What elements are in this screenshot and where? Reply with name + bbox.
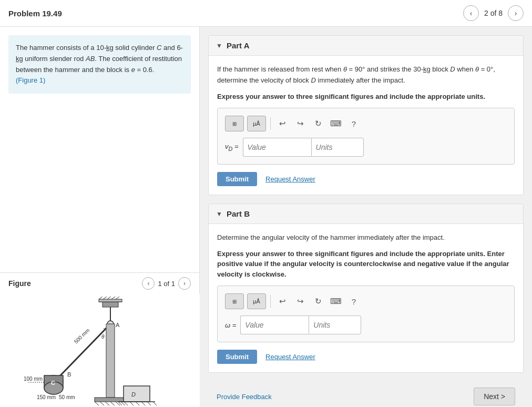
svg-line-7	[107, 297, 111, 299]
provide-feedback-button[interactable]: Provide Feedback	[217, 393, 272, 401]
top-bar: Problem 19.49 ‹ 2 of 8 ›	[0, 0, 532, 27]
left-panel: The hammer consists of a 10-kg solid cyl…	[0, 27, 200, 407]
part-a-value-input[interactable]	[243, 138, 311, 157]
part-b-units-input[interactable]	[309, 316, 361, 334]
svg-line-9	[116, 297, 119, 299]
part-a-body: If the hammer is released from rest when…	[209, 56, 523, 195]
svg-line-20	[105, 402, 109, 405]
redo-button-b[interactable]: ↪	[293, 294, 308, 309]
dim-100mm: 100 mm	[24, 376, 43, 382]
problem-text: The hammer consists of a 10-kg solid cyl…	[16, 44, 183, 74]
part-b-input-label: ω =	[225, 321, 236, 329]
part-a-title: Part A	[227, 41, 250, 50]
part-a-submit-button[interactable]: Submit	[217, 172, 257, 186]
part-b-title: Part B	[227, 209, 250, 218]
part-b-header[interactable]: ▼ Part B	[209, 204, 523, 224]
part-a-answer-box: ⊞ μÅ ↩ ↪ ↻ ⌨ ? vD =	[217, 108, 515, 165]
next-button-top[interactable]: ›	[508, 5, 524, 21]
svg-rect-17	[95, 398, 126, 402]
part-b-action-row: Submit Request Answer	[217, 350, 515, 364]
label-c: C	[51, 380, 55, 386]
toolbar-sep-a1	[270, 117, 271, 130]
label-d: D	[131, 391, 136, 398]
label-b: B	[67, 371, 71, 378]
svg-line-19	[100, 402, 104, 405]
figure-link[interactable]: (Figure 1)	[16, 76, 45, 84]
svg-line-29	[136, 402, 139, 405]
part-b-description: Determine the angular velocity of the ha…	[217, 232, 515, 243]
nav-controls: ‹ 2 of 8 ›	[463, 5, 524, 21]
mu-button-b[interactable]: μÅ	[247, 293, 266, 309]
problem-text-box: The hammer consists of a 10-kg solid cyl…	[8, 35, 191, 94]
part-b-value-input[interactable]	[240, 316, 309, 334]
part-a-action-row: Submit Request Answer	[217, 172, 515, 186]
part-b-instruction: Express your answer to three significant…	[217, 249, 515, 280]
main-content: The hammer consists of a 10-kg solid cyl…	[0, 27, 532, 407]
part-b-input-row: ω =	[225, 316, 507, 334]
help-button-b[interactable]: ?	[346, 294, 361, 309]
undo-button-b[interactable]: ↩	[275, 294, 290, 309]
part-b-section: ▼ Part B Determine the angular velocity …	[208, 204, 524, 373]
help-button-a[interactable]: ?	[346, 116, 361, 131]
next-button-bottom[interactable]: Next >	[474, 388, 515, 405]
part-a-description: If the hammer is released from rest when…	[217, 64, 515, 86]
figure-nav: ‹ 1 of 1 ›	[142, 277, 191, 290]
part-a-section: ▼ Part A If the hammer is released from …	[208, 35, 524, 195]
part-a-units-input[interactable]	[311, 138, 364, 157]
figure-prev-button[interactable]: ‹	[142, 277, 155, 290]
grid-button-b[interactable]: ⊞	[225, 293, 244, 309]
svg-rect-1	[103, 302, 118, 307]
figure-title: Figure	[8, 279, 31, 288]
figure-next-button[interactable]: ›	[178, 277, 191, 290]
toolbar-sep-b1	[270, 295, 271, 308]
svg-line-28	[130, 402, 134, 405]
part-a-request-answer-button[interactable]: Request Answer	[265, 175, 315, 183]
grid-button-a[interactable]: ⊞	[225, 116, 244, 131]
part-a-instruction: Express your answer to three significant…	[217, 91, 515, 102]
label-theta: θ	[101, 334, 105, 340]
figure-counter: 1 of 1	[158, 280, 175, 288]
dim-50mm: 50 mm	[59, 394, 75, 400]
svg-line-30	[141, 402, 145, 405]
dim-150mm: 150 mm	[37, 394, 56, 400]
svg-rect-16	[106, 324, 115, 398]
keyboard-button-b[interactable]: ⌨	[329, 294, 343, 309]
svg-line-22	[116, 402, 120, 405]
mu-button-a[interactable]: μÅ	[247, 116, 266, 131]
keyboard-button-a[interactable]: ⌨	[329, 116, 343, 131]
part-a-input-row: vD =	[225, 138, 507, 157]
svg-line-8	[111, 297, 115, 299]
svg-rect-4	[99, 299, 122, 302]
dim-500mm: 500 mm	[73, 328, 91, 345]
figure-svg: A 500 mm θ C B 100 mm	[21, 297, 179, 407]
right-panel: ▼ Part A If the hammer is released from …	[200, 27, 532, 407]
part-a-collapse-arrow: ▼	[216, 42, 222, 49]
problem-title: Problem 19.49	[8, 9, 62, 18]
label-a: A	[116, 322, 120, 328]
svg-rect-24	[124, 386, 150, 402]
page-indicator: 2 of 8	[484, 9, 503, 17]
refresh-button-b[interactable]: ↻	[311, 294, 325, 309]
figure-header: Figure ‹ 1 of 1 ›	[0, 272, 199, 294]
svg-line-21	[110, 402, 115, 405]
refresh-button-a[interactable]: ↻	[311, 116, 325, 131]
part-a-toolbar: ⊞ μÅ ↩ ↪ ↻ ⌨ ?	[225, 116, 507, 131]
part-b-body: Determine the angular velocity of the ha…	[209, 224, 523, 372]
part-b-answer-box: ⊞ μÅ ↩ ↪ ↻ ⌨ ? ω =	[217, 286, 515, 342]
figure-section: Figure ‹ 1 of 1 ›	[0, 272, 199, 407]
part-a-header[interactable]: ▼ Part A	[209, 36, 523, 56]
svg-line-32	[153, 402, 157, 405]
svg-line-31	[147, 402, 151, 405]
figure-canvas: A 500 mm θ C B 100 mm	[0, 294, 200, 407]
part-b-collapse-arrow: ▼	[216, 210, 222, 218]
svg-line-18	[95, 402, 99, 405]
redo-button-a[interactable]: ↪	[293, 116, 308, 131]
undo-button-a[interactable]: ↩	[275, 116, 290, 131]
part-a-input-label: vD =	[225, 143, 239, 152]
part-b-request-answer-button[interactable]: Request Answer	[265, 353, 315, 361]
svg-line-5	[99, 297, 103, 299]
part-b-toolbar: ⊞ μÅ ↩ ↪ ↻ ⌨ ?	[225, 293, 507, 309]
part-b-submit-button[interactable]: Submit	[217, 350, 257, 364]
prev-button[interactable]: ‹	[463, 5, 479, 21]
bottom-bar: Provide Feedback Next >	[208, 381, 524, 407]
